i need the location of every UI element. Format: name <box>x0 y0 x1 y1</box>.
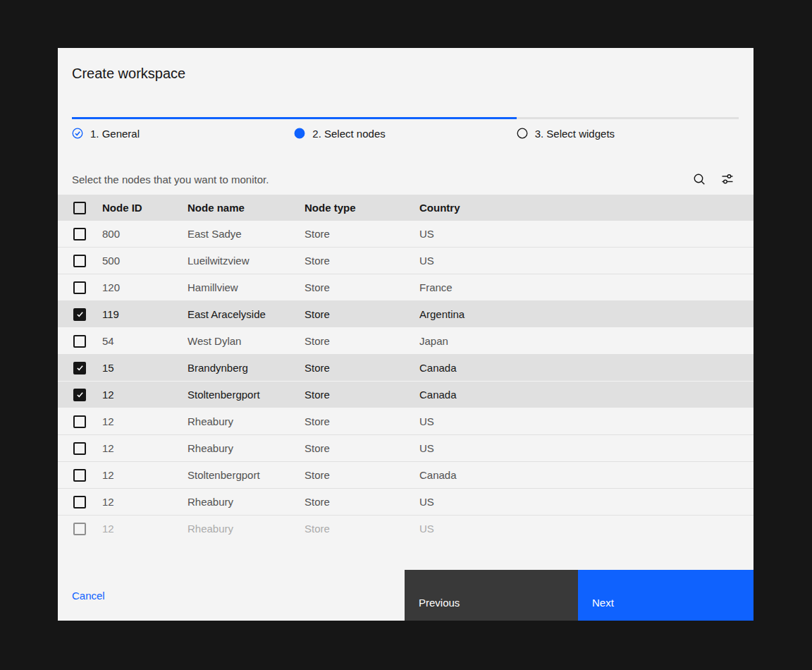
cell-node-name: East Sadye <box>187 228 304 240</box>
table-row: 12 Rheabury Store US <box>58 516 753 536</box>
row-checkbox[interactable] <box>73 255 86 267</box>
cell-node-name: Lueilwitzview <box>187 255 304 267</box>
cell-country: US <box>419 442 753 454</box>
table-row: 119 East Aracelyside Store Argentina <box>58 301 753 328</box>
cell-country: US <box>419 523 753 535</box>
row-checkbox[interactable] <box>73 442 86 455</box>
cell-node-name: West Dylan <box>187 335 304 347</box>
cell-node-type: Store <box>304 442 419 454</box>
cancel-button[interactable]: Cancel <box>72 590 105 602</box>
cell-country: US <box>419 255 753 267</box>
select-all-checkbox[interactable] <box>73 202 86 214</box>
table-row: 12 Stoltenbergport Store Canada <box>58 382 753 408</box>
settings-button[interactable] <box>713 165 742 193</box>
cell-country: US <box>419 228 753 240</box>
table-row: 12 Rheabury Store US <box>58 408 753 435</box>
cell-node-type: Store <box>304 281 419 293</box>
table-toolbar: Select the nodes that you want to monito… <box>58 164 753 195</box>
row-checkbox[interactable] <box>73 308 86 321</box>
filled-circle-icon <box>294 128 305 139</box>
cell-country: US <box>419 496 753 508</box>
table-row: 12 Rheabury Store US <box>58 435 753 462</box>
cell-node-id: 15 <box>102 362 187 374</box>
progress-step-label: 2. Select nodes <box>312 128 385 140</box>
table-row: 500 Lueilwitzview Store US <box>58 248 753 274</box>
table-row: 54 West Dylan Store Japan <box>58 328 753 355</box>
cell-node-name: Rheabury <box>187 496 304 508</box>
column-header-node-name[interactable]: Node name <box>187 202 304 214</box>
cell-node-name: Rheabury <box>187 442 304 454</box>
row-checkbox[interactable] <box>73 228 86 240</box>
cell-node-type: Store <box>304 415 419 427</box>
cell-country: US <box>419 415 753 427</box>
row-checkbox[interactable] <box>73 496 86 508</box>
row-checkbox[interactable] <box>73 389 86 401</box>
next-button[interactable]: Next <box>578 570 753 621</box>
search-button[interactable] <box>685 165 713 193</box>
cell-node-name: Rheabury <box>187 415 304 427</box>
cell-node-id: 12 <box>102 389 187 401</box>
row-checkbox[interactable] <box>73 281 86 294</box>
cell-country: France <box>419 281 753 293</box>
checkmark-icon <box>75 310 85 319</box>
cell-node-name: Stoltenbergport <box>187 389 304 401</box>
cell-node-id: 12 <box>102 523 187 535</box>
checkmark-icon <box>75 363 85 372</box>
row-checkbox[interactable] <box>73 469 86 482</box>
row-checkbox[interactable] <box>73 523 86 535</box>
create-workspace-modal: Create workspace 1. General 2. Select no… <box>58 48 753 621</box>
cell-node-id: 800 <box>102 228 187 240</box>
checkmark-icon <box>75 390 85 399</box>
cell-country: Japan <box>419 335 753 347</box>
table-description: Select the nodes that you want to monito… <box>72 173 685 185</box>
cell-node-name: Hamillview <box>187 281 304 293</box>
page-title: Create workspace <box>58 48 753 83</box>
progress-step-select-nodes[interactable]: 2. Select nodes <box>294 117 516 140</box>
cell-node-type: Store <box>304 335 419 347</box>
progress-step-general[interactable]: 1. General <box>72 117 294 140</box>
cell-node-name: Rheabury <box>187 523 304 535</box>
column-header-node-type[interactable]: Node type <box>304 202 419 214</box>
cell-country: Canada <box>419 469 753 481</box>
cell-node-name: Stoltenbergport <box>187 469 304 481</box>
cell-node-name: East Aracelyside <box>187 308 304 320</box>
cell-node-id: 120 <box>102 281 187 293</box>
progress-step-label: 1. General <box>90 128 140 140</box>
cell-node-id: 119 <box>102 308 187 320</box>
progress-step-select-widgets[interactable]: 3. Select widgets <box>517 117 739 140</box>
modal-footer: Cancel Previous Next <box>58 570 753 621</box>
cell-country: Canada <box>419 362 753 374</box>
footer-spacer <box>105 570 405 621</box>
cell-node-type: Store <box>304 496 419 508</box>
column-header-country[interactable]: Country <box>419 202 753 214</box>
table-row: 120 Hamillview Store France <box>58 274 753 301</box>
cell-node-name: Brandynberg <box>187 362 304 374</box>
cell-node-type: Store <box>304 469 419 481</box>
search-icon <box>692 172 706 186</box>
table-row: 12 Rheabury Store US <box>58 489 753 516</box>
cell-node-type: Store <box>304 255 419 267</box>
cell-node-id: 12 <box>102 415 187 427</box>
cell-node-type: Store <box>304 308 419 320</box>
row-checkbox[interactable] <box>73 362 86 374</box>
cell-country: Argentina <box>419 308 753 320</box>
cell-node-type: Store <box>304 389 419 401</box>
table-row: 15 Brandynberg Store Canada <box>58 355 753 382</box>
cell-node-id: 12 <box>102 442 187 454</box>
table-row: 12 Stoltenbergport Store Canada <box>58 462 753 489</box>
row-checkbox[interactable] <box>73 335 86 348</box>
cell-country: Canada <box>419 389 753 401</box>
row-checkbox[interactable] <box>73 415 86 428</box>
column-header-node-id[interactable]: Node ID <box>102 202 187 214</box>
cell-node-type: Store <box>304 228 419 240</box>
empty-circle-icon <box>517 128 528 139</box>
cell-node-id: 12 <box>102 496 187 508</box>
nodes-table: Node ID Node name Node type Country 800 … <box>58 195 753 536</box>
cell-node-id: 12 <box>102 469 187 481</box>
progress-indicator: 1. General 2. Select nodes 3. Select wid… <box>72 117 739 140</box>
previous-button[interactable]: Previous <box>405 570 578 621</box>
cell-node-type: Store <box>304 362 419 374</box>
cell-node-type: Store <box>304 523 419 535</box>
checkmark-circle-icon <box>72 128 83 139</box>
cell-node-id: 54 <box>102 335 187 347</box>
